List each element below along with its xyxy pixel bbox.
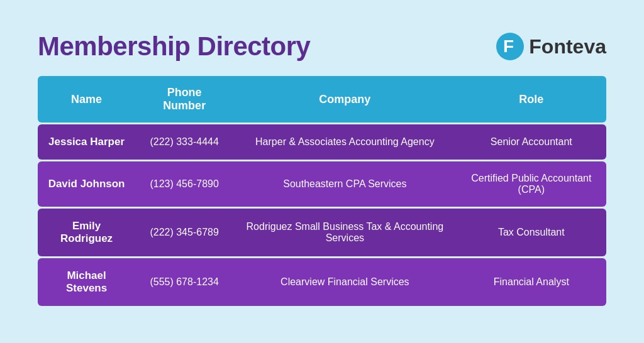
fonteva-logo-icon: F [496, 33, 524, 60]
cell-name: Jessica Harper [38, 124, 135, 160]
cell-role: Financial Analyst [457, 258, 606, 306]
svg-text:F: F [503, 36, 514, 56]
table-header-row: Name Phone Number Company Role [38, 76, 606, 122]
page-title: Membership Directory [38, 31, 310, 62]
cell-phone: (123) 456-7890 [135, 161, 233, 207]
col-header-company: Company [233, 76, 456, 122]
page-header: Membership Directory F Fonteva [38, 31, 606, 62]
cell-name: Michael Stevens [38, 258, 135, 306]
cell-phone: (222) 333-4444 [135, 124, 233, 160]
membership-table: Name Phone Number Company Role Jessica H… [38, 74, 606, 308]
table-row: Michael Stevens(555) 678-1234Clearview F… [38, 258, 606, 306]
cell-name: Emily Rodriguez [38, 209, 135, 256]
cell-company: Rodriguez Small Business Tax & Accountin… [233, 209, 456, 256]
cell-phone: (555) 678-1234 [135, 258, 233, 306]
cell-company: Harper & Associates Accounting Agency [233, 124, 456, 160]
membership-directory-card: Membership Directory F Fonteva Name Phon… [13, 13, 631, 343]
col-header-phone: Phone Number [135, 76, 233, 122]
col-header-role: Role [457, 76, 606, 122]
cell-phone: (222) 345-6789 [135, 209, 233, 256]
table-row: Emily Rodriguez(222) 345-6789Rodriguez S… [38, 209, 606, 256]
cell-role: Certified Public Accountant (CPA) [457, 161, 606, 207]
logo-text: Fonteva [529, 35, 606, 58]
cell-role: Tax Consultant [457, 209, 606, 256]
cell-company: Clearview Financial Services [233, 258, 456, 306]
col-header-name: Name [38, 76, 135, 122]
cell-name: David Johnson [38, 161, 135, 207]
cell-company: Southeastern CPA Services [233, 161, 456, 207]
cell-role: Senior Accountant [457, 124, 606, 160]
table-row: David Johnson(123) 456-7890Southeastern … [38, 161, 606, 207]
logo: F Fonteva [496, 33, 606, 60]
table-row: Jessica Harper(222) 333-4444Harper & Ass… [38, 124, 606, 160]
